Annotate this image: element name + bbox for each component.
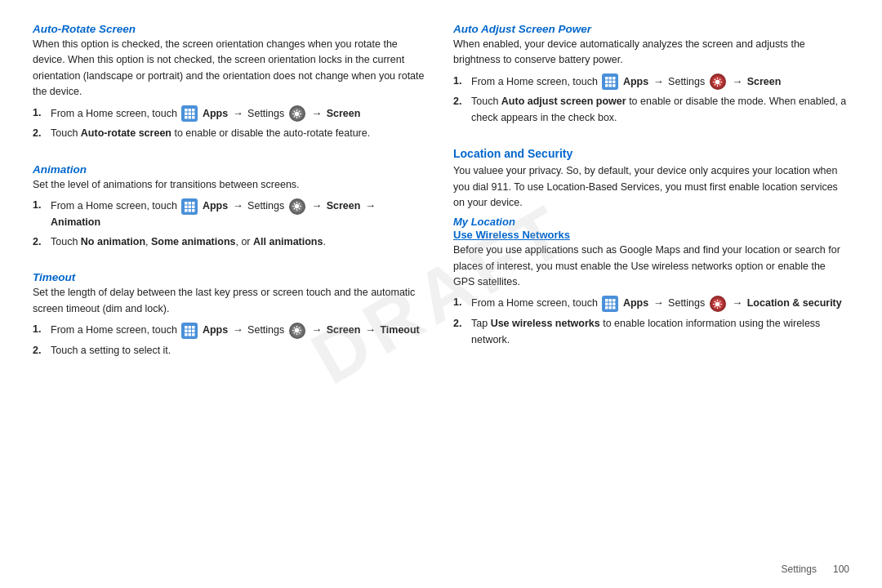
svg-rect-20 [185,326,188,329]
apps-icon [181,323,198,339]
svg-rect-12 [192,202,195,205]
use-wireless-step-2: 2. Tap Use wireless networks to enable l… [453,316,849,348]
svg-rect-14 [189,205,192,208]
auto-rotate-step-1: 1. From a Home screen, touch Apps → Sett… [33,105,429,122]
svg-rect-24 [189,329,192,332]
step-num: 1. [33,198,47,213]
apps-icon [181,105,198,122]
arrow: → [233,107,243,119]
page-content: Auto-Rotate Screen When this option is c… [0,0,882,588]
timeout-step-2: 2. Touch a setting to select it. [33,343,429,359]
step-content: From a Home screen, touch Apps → Setting… [471,74,849,91]
settings-icon-loc [710,296,726,312]
right-column: Auto Adjust Screen Power When enabled, y… [453,23,849,572]
my-location-section: My Location Use Wireless Networks Before… [453,216,849,348]
step-num-2: 2. [33,343,47,359]
svg-rect-44 [609,303,612,306]
svg-rect-4 [189,113,192,116]
left-column: Auto-Rotate Screen When this option is c… [33,23,429,572]
location-security-title: Location and Security [453,147,849,160]
footer-page: 100 [833,564,849,575]
svg-rect-48 [612,306,616,310]
svg-rect-46 [605,306,608,310]
settings-icon [289,105,305,122]
step-content-2: Touch a setting to select it. [51,343,429,359]
step-content: From a Home screen, touch Apps → Setting… [471,295,849,312]
apps-icon [181,198,198,215]
svg-rect-17 [189,209,192,212]
svg-rect-33 [605,81,608,84]
use-wireless-steps: 1. From a Home screen, touch Apps → Sett… [453,295,849,347]
location-security-para: You valuee your privacy. So, by default,… [453,163,849,211]
use-wireless-para: Before you use applications such as Goog… [453,243,849,290]
svg-rect-47 [609,306,612,310]
step-num: 1. [453,74,468,89]
svg-rect-1 [189,109,192,112]
step-num: 1. [33,105,47,121]
svg-point-39 [715,80,720,85]
animation-steps: 1. From a Home screen, touch Apps → Sett… [33,198,429,250]
animation-step-2: 2. Touch No animation, Some animations, … [33,234,429,250]
svg-rect-23 [185,329,188,332]
auto-rotate-title: Auto-Rotate Screen [33,23,429,35]
svg-rect-18 [192,209,195,212]
svg-rect-36 [605,84,608,87]
auto-adjust-step-2: 2. Touch Auto adjust screen power to ena… [453,94,849,126]
svg-rect-3 [185,113,188,116]
svg-rect-26 [185,333,188,336]
svg-rect-45 [612,303,616,306]
use-wireless-title: Use Wireless Networks [453,229,849,241]
animation-step-1: 1. From a Home screen, touch Apps → Sett… [33,198,429,230]
svg-rect-43 [605,303,608,306]
auto-adjust-steps: 1. From a Home screen, touch Apps → Sett… [453,74,849,126]
settings-icon-loc [710,74,726,90]
auto-adjust-para: When enabled, your device automatically … [453,37,849,69]
animation-section: Animation Set the level of animations fo… [33,163,429,256]
auto-adjust-section: Auto Adjust Screen Power When enabled, y… [453,23,849,131]
svg-rect-7 [189,116,192,119]
step-num-2: 2. [453,94,468,109]
apps-label: Apps [203,108,228,119]
step-content-2: Touch Auto-rotate screen to enable or di… [51,126,429,141]
timeout-steps: 1. From a Home screen, touch Apps → Sett… [33,322,429,359]
step-content-2: Touch Auto adjust screen power to enable… [471,94,849,126]
svg-rect-0 [185,109,188,112]
step-num: 1. [453,295,468,310]
step-content-2: Tap Use wireless networks to enable loca… [471,316,849,348]
svg-rect-40 [605,299,608,302]
location-security-section: Location and Security You valuee your pr… [453,147,849,356]
settings-icon [289,323,305,339]
auto-adjust-title: Auto Adjust Screen Power [453,23,849,35]
apps-icon [602,74,618,90]
svg-point-9 [295,111,300,116]
svg-rect-41 [609,299,612,302]
svg-point-49 [715,301,720,306]
step-content: From a Home screen, touch Apps → Setting… [51,198,429,230]
svg-rect-38 [612,84,616,87]
svg-rect-11 [189,202,192,205]
svg-point-19 [295,204,300,209]
timeout-section: Timeout Set the length of delay between … [33,271,429,363]
svg-rect-13 [185,205,188,208]
svg-rect-16 [185,209,188,212]
svg-rect-22 [192,326,195,329]
auto-rotate-section: Auto-Rotate Screen When this option is c… [33,23,429,147]
svg-rect-37 [609,84,612,87]
step-num-2: 2. [33,126,47,141]
footer-label: Settings [782,564,817,575]
svg-rect-34 [609,81,612,84]
screen-label: Screen [327,108,361,119]
svg-rect-15 [192,205,195,208]
step-content-2: Touch No animation, Some animations, or … [51,234,429,250]
page-footer: Settings 100 [782,564,849,575]
svg-rect-35 [612,81,616,84]
svg-rect-32 [612,77,616,80]
step-num-2: 2. [453,316,468,332]
my-location-title: My Location [453,216,849,228]
svg-rect-31 [609,77,612,80]
step-content: From a Home screen, touch Apps → Setting… [51,105,429,122]
svg-rect-8 [192,116,195,119]
timeout-step-1: 1. From a Home screen, touch Apps → Sett… [33,322,429,339]
svg-rect-27 [189,333,192,336]
settings-icon [289,198,305,215]
